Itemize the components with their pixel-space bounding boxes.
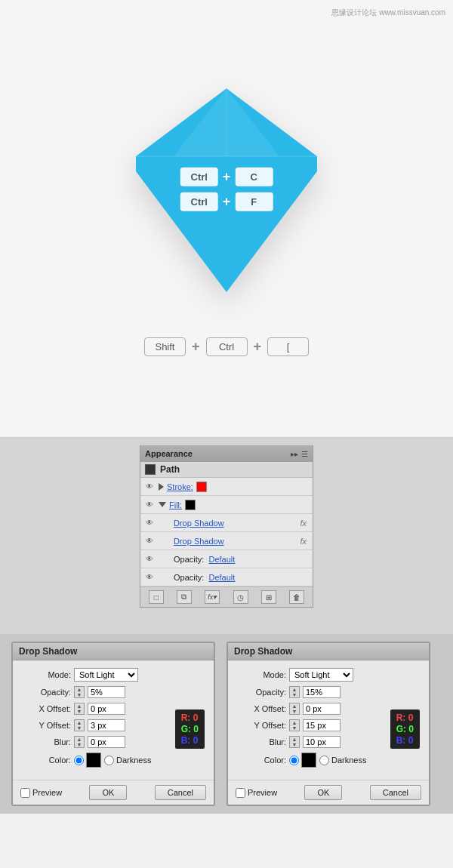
dialog-2-preview-checkbox[interactable] [236,788,245,798]
dialog-1-rgb-box: R: 0 G: 0 B: 0 [175,709,205,749]
dialog-1-mode-row: Mode: Soft Light [22,668,205,682]
dialog-2-color-row: Color: Darkness [237,753,380,768]
eye-icon-fill[interactable]: 👁 [143,500,156,509]
dialog-1-blur-input[interactable] [88,736,125,748]
panel-title: Appearance [145,449,193,458]
dialog-1-blur-label: Blur: [22,737,71,746]
dialog-1-rgb-display: R: 0 G: 0 B: 0 [175,686,205,772]
expand-fill[interactable] [159,502,166,507]
eye-icon-opacity2[interactable]: 👁 [143,573,156,582]
key-c: C [235,168,273,186]
dialog-2-yoffset-spinner[interactable]: ▲ ▼ [289,719,300,731]
dialog-2-yoffset-input[interactable] [303,719,341,731]
dialog-2-xoffset-spinner[interactable]: ▲ ▼ [289,703,300,715]
panel-titlebar: Appearance ▸▸ ☰ [140,445,313,462]
dialog-2-mode-label: Mode: [237,670,286,679]
drop-shadow-1-label[interactable]: Drop Shadow [174,519,224,528]
dialog-1-preview-label: Preview [32,788,62,797]
drop-shadow-dialog-2: Drop Shadow Mode: Soft Light Opacity: ▲ … [226,642,430,806]
key-ctrl-1: Ctrl [180,168,218,186]
dialog-2-titlebar: Drop Shadow [228,643,429,660]
dialog-1-xoffset-spinner[interactable]: ▲ ▼ [74,703,85,715]
dialog-1-mode-select[interactable]: Soft Light [74,668,138,682]
dialog-2-opacity-spinner[interactable]: ▲ ▼ [289,686,300,698]
dialog-1-color-radio[interactable] [74,753,101,768]
dialog-1-opacity-input[interactable] [88,686,125,698]
fill-label[interactable]: Fill: [169,500,182,509]
path-label: Path [160,464,180,475]
dialogs-area: Drop Shadow Mode: Soft Light Opacity: ▲ … [0,634,453,814]
key-bracket: [ [267,337,309,356]
dialog-2-xoffset-input[interactable] [303,703,341,715]
dialog-1-ok-button[interactable]: OK [89,785,127,800]
panel-bottom-bar: □ ⧉ fx▾ ◷ ⊞ 🗑 [140,586,313,607]
dialog-2-blur-input[interactable] [303,736,341,748]
dialog-2-blur-label: Blur: [237,737,286,746]
panel-btn-1[interactable]: □ [149,590,164,604]
stroke-label[interactable]: Stroke: [167,482,193,491]
dialog-1-darkness-radio[interactable]: Darkness [104,756,151,765]
dialog-2-preview-check[interactable]: Preview [236,788,277,798]
plus-bottom-1: + [192,339,200,355]
panel-btn-delete[interactable]: 🗑 [289,590,304,604]
key-f: F [235,192,273,211]
dialog-1-cancel-button[interactable]: Cancel [155,785,206,800]
dialog-2-opacity-label: Opacity: [237,688,286,697]
fx-badge-2: fx [300,537,310,546]
plus-1: + [223,169,231,185]
dialog-1-xoffset-row: X Offset: ▲ ▼ [22,703,165,715]
panel-btn-fx[interactable]: fx▾ [205,590,220,604]
opacity-2-value[interactable]: Default [208,573,235,582]
dialog-1-preview-check[interactable]: Preview [20,788,62,798]
dialog-2-blur-spinner[interactable]: ▲ ▼ [289,736,300,748]
dialog-2-xoffset-label: X Offset: [237,704,286,713]
panel-area: Appearance ▸▸ ☰ Path 👁 Stroke: 👁 Fill: [0,438,453,634]
dialog-1-yoffset-spinner[interactable]: ▲ ▼ [74,719,85,731]
drop-shadow-2-label[interactable]: Drop Shadow [174,537,224,546]
dialog-1-opacity-row: Opacity: ▲ ▼ [22,686,165,698]
dialog-1-xoffset-input[interactable] [88,703,125,715]
panel-path-header: Path [140,462,313,478]
dialog-1-yoffset-label: Y Offset: [22,721,71,730]
dialog-2-cancel-button[interactable]: Cancel [370,785,421,800]
dialog-1-opacity-spinner[interactable]: ▲ ▼ [74,686,85,698]
stroke-color-swatch[interactable] [196,482,207,492]
dialog-2-darkness-radio[interactable]: Darkness [319,756,366,765]
key-shift: Shift [144,337,186,356]
dialog-2-mode-select[interactable]: Soft Light [289,668,353,682]
dialog-2-rgb-r: R: 0 [396,713,414,723]
fill-color-swatch[interactable] [185,500,196,510]
dialog-1-opacity-label: Opacity: [22,688,71,697]
panel-row-opacity-2: 👁 Opacity: Default [140,568,313,586]
eye-icon-opacity1[interactable]: 👁 [143,555,156,564]
eye-icon-dropshadow1[interactable]: 👁 [143,519,156,528]
plus-bottom-2: + [254,339,262,355]
eye-icon-dropshadow2[interactable]: 👁 [143,537,156,546]
panel-row-drop-shadow-1: 👁 Drop Shadow fx [140,514,313,532]
dialog-1-blur-row: Blur: ▲ ▼ [22,736,165,748]
dialog-1-preview-checkbox[interactable] [20,788,30,798]
eye-icon-stroke[interactable]: 👁 [143,482,156,491]
dialog-1-blur-spinner[interactable]: ▲ ▼ [74,736,85,748]
panel-collapse-btn[interactable]: ▸▸ [291,450,298,458]
dialog-1-footer: Preview OK Cancel [13,780,214,805]
opacity-1-value[interactable]: Default [208,555,235,564]
dialog-2-ok-button[interactable]: OK [304,785,342,800]
panel-btn-2[interactable]: ⧉ [177,590,192,604]
dialog-2-darkness-label: Darkness [331,756,366,765]
dialog-2-color-swatch[interactable] [301,753,316,768]
panel-row-stroke: 👁 Stroke: [140,478,313,496]
dialog-2-color-radio[interactable] [289,753,316,768]
panel-btn-copy[interactable]: ⊞ [261,590,276,604]
dialog-2-preview-label: Preview [248,788,277,797]
dialog-1-yoffset-input[interactable] [88,719,125,731]
dialog-2-rgb-box: R: 0 G: 0 B: 0 [390,709,420,749]
panel-btn-eye[interactable]: ◷ [233,590,248,604]
dialog-2-opacity-input[interactable] [303,686,341,698]
path-icon-square [145,464,156,475]
panel-menu-btn[interactable]: ☰ [301,450,308,458]
expand-stroke[interactable] [159,483,164,491]
shortcut-row-1: Ctrl + C [180,168,273,186]
watermark: 思缘设计论坛 www.missvuan.com [331,8,445,18]
dialog-1-color-swatch[interactable] [86,753,101,768]
